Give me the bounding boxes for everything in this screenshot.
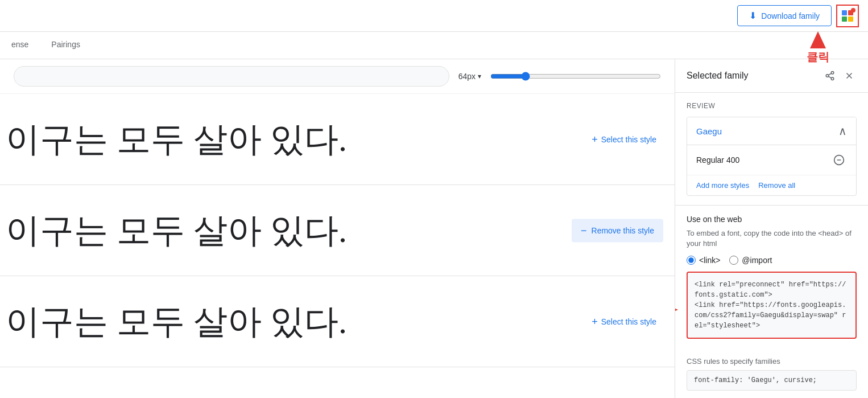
plus-icon-1: +: [592, 133, 598, 145]
review-section: Review Gaegu ∧ Regular 400 Add more styl…: [675, 93, 868, 205]
size-dropdown-icon[interactable]: ▾: [478, 72, 481, 80]
tab-pairings[interactable]: Pairings: [40, 32, 92, 59]
right-panel: Selected family Review: [675, 59, 868, 398]
svg-point-0: [831, 72, 834, 75]
radio-link-label: <link>: [699, 256, 720, 265]
remove-style-icon-button[interactable]: [831, 152, 847, 168]
select-style-label-1: Select this style: [601, 135, 656, 144]
code-arrow-container: <link rel="preconnect" href="https://fon…: [687, 272, 857, 348]
css-rules-section: CSS rules to specify families font-famil…: [675, 357, 868, 398]
family-name[interactable]: Gaegu: [696, 126, 722, 136]
panel-title: Selected family: [687, 71, 749, 81]
minus-icon: −: [581, 224, 587, 236]
select-style-button-3[interactable]: + Select this style: [585, 311, 663, 332]
font-preview-section: 64px ▾ 이구는 모두 살아 있다. + Select this style…: [0, 59, 675, 398]
main-area: 64px ▾ 이구는 모두 살아 있다. + Select this style…: [0, 59, 868, 398]
share-button[interactable]: [822, 68, 837, 83]
font-style-row-1: 이구는 모두 살아 있다. + Select this style: [0, 94, 675, 185]
review-label: Review: [687, 102, 857, 110]
badge-dot: [851, 8, 855, 13]
radio-link-input[interactable]: [687, 256, 696, 265]
select-style-label-3: Select this style: [601, 317, 656, 326]
family-card-footer: Add more styles Remove all: [687, 175, 856, 195]
select-style-button-1[interactable]: + Select this style: [585, 129, 663, 150]
css-rules-label: CSS rules to specify families: [687, 357, 857, 366]
remove-all-link[interactable]: Remove all: [758, 181, 795, 190]
tab-license[interactable]: ense: [0, 32, 40, 59]
link-code-block[interactable]: <link rel="preconnect" href="https://fon…: [687, 272, 857, 339]
download-icon: ⬇: [749, 10, 757, 21]
radio-import-input[interactable]: [729, 256, 738, 265]
use-on-web-title: Use on the web: [687, 215, 857, 224]
size-display: 64px ▾: [458, 72, 481, 81]
korean-text-3: 이구는 모두 살아 있다.: [0, 299, 675, 344]
svg-line-3: [828, 76, 831, 78]
collapse-icon[interactable]: ∧: [838, 124, 847, 138]
panel-header: Selected family: [675, 59, 868, 93]
embed-type-radio-group: <link> @import: [687, 256, 857, 265]
family-card-header: Gaegu ∧: [687, 117, 856, 145]
svg-line-4: [828, 73, 831, 75]
font-style-row-3: 이구는 모두 살아 있다. + Select this style: [0, 276, 675, 367]
size-slider[interactable]: [490, 72, 661, 81]
top-bar: ⬇ Download family 클릭: [0, 0, 868, 32]
download-family-label: Download family: [761, 11, 820, 20]
svg-point-2: [831, 77, 834, 80]
selected-fonts-button[interactable]: [836, 5, 859, 27]
size-slider-container: [490, 72, 661, 81]
add-more-styles-link[interactable]: Add more styles: [696, 181, 749, 190]
panel-header-actions: [822, 68, 857, 83]
svg-point-1: [826, 75, 829, 77]
family-card: Gaegu ∧ Regular 400 Add more styles Remo…: [687, 117, 857, 196]
style-action-1: + Select this style: [585, 129, 663, 150]
korean-text-1: 이구는 모두 살아 있다.: [0, 117, 675, 162]
style-name: Regular 400: [696, 155, 739, 165]
download-family-button[interactable]: ⬇ Download family: [737, 5, 832, 26]
close-button[interactable]: [842, 68, 857, 83]
family-style-row: Regular 400: [687, 145, 856, 175]
radio-import-label: @import: [742, 256, 772, 265]
radio-link-option[interactable]: <link>: [687, 256, 720, 265]
size-control-row: 64px ▾: [0, 59, 675, 94]
radio-import-option[interactable]: @import: [729, 256, 772, 265]
style-action-3: + Select this style: [585, 311, 663, 332]
use-on-web-section: Use on the web To embed a font, copy the…: [675, 205, 868, 357]
style-action-2: − Remove this style: [572, 219, 663, 242]
remove-style-button[interactable]: − Remove this style: [572, 219, 663, 242]
size-value: 64px: [458, 72, 476, 81]
css-code-block[interactable]: font-family: 'Gaegu', cursive;: [687, 370, 857, 391]
plus-icon-3: +: [592, 315, 598, 327]
red-arrow-right: [675, 302, 678, 318]
nav-tabs: ense Pairings: [0, 32, 868, 59]
font-style-row-2: 이구는 모두 살아 있다. − Remove this style: [0, 185, 675, 276]
remove-style-label: Remove this style: [592, 226, 654, 235]
use-on-web-desc: To embed a font, copy the code into the …: [687, 228, 857, 249]
